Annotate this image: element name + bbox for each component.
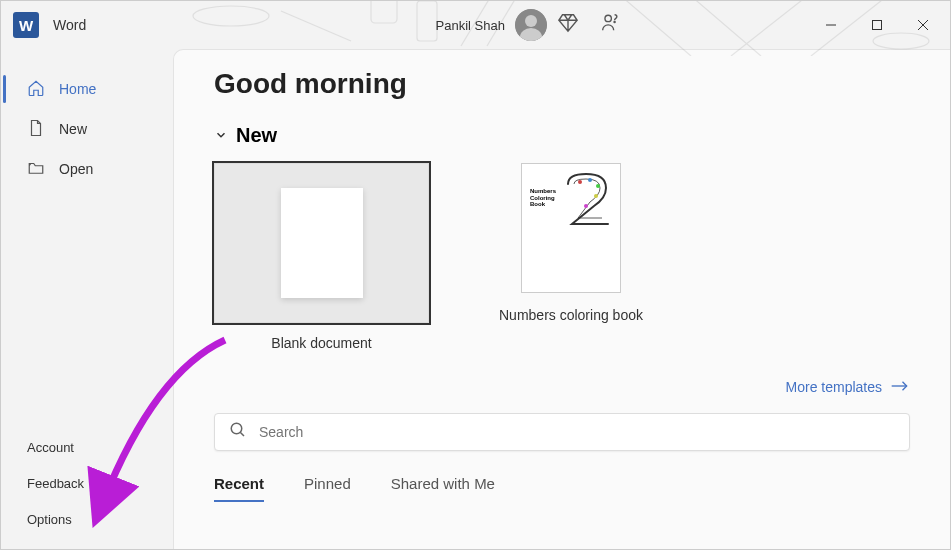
search-icon bbox=[229, 421, 247, 443]
tab-pinned[interactable]: Pinned bbox=[304, 475, 351, 502]
search-input[interactable] bbox=[259, 424, 895, 440]
sidebar-item-home[interactable]: Home bbox=[1, 69, 173, 109]
template-label: Blank document bbox=[214, 335, 429, 351]
sidebar-item-label: Home bbox=[59, 81, 96, 97]
maximize-button[interactable] bbox=[854, 8, 900, 42]
svg-point-19 bbox=[231, 423, 242, 434]
sidebar-item-label: Options bbox=[27, 512, 72, 527]
sidebar-item-new[interactable]: New bbox=[1, 109, 173, 149]
sidebar-item-label: Open bbox=[59, 161, 93, 177]
svg-point-17 bbox=[584, 204, 588, 208]
arrow-right-icon bbox=[890, 379, 910, 395]
chevron-down-icon bbox=[214, 124, 228, 147]
sidebar-item-label: Feedback bbox=[27, 476, 84, 491]
sidebar-item-options[interactable]: Options bbox=[1, 501, 173, 537]
titlebar: W Word Pankil Shah bbox=[1, 1, 950, 49]
template-thumbnail bbox=[214, 163, 429, 323]
svg-point-15 bbox=[596, 184, 600, 188]
recent-tabs: Recent Pinned Shared with Me bbox=[214, 475, 910, 502]
greeting-heading: Good morning bbox=[214, 68, 910, 100]
coloring-thumb-text: Numbers Coloring Book bbox=[530, 188, 556, 208]
sidebar: Home New Open Account Feedback Options bbox=[1, 49, 173, 549]
diamond-icon[interactable] bbox=[557, 12, 579, 38]
sidebar-item-label: Account bbox=[27, 440, 74, 455]
svg-point-8 bbox=[614, 22, 615, 23]
minimize-button[interactable] bbox=[808, 8, 854, 42]
svg-point-14 bbox=[588, 178, 592, 182]
person-help-icon[interactable] bbox=[599, 12, 621, 38]
template-label: Numbers coloring book bbox=[499, 307, 643, 323]
new-section-title: New bbox=[236, 124, 277, 147]
new-section-header[interactable]: New bbox=[214, 124, 910, 147]
word-app-icon: W bbox=[13, 12, 39, 38]
close-button[interactable] bbox=[900, 8, 946, 42]
user-name[interactable]: Pankil Shah bbox=[436, 18, 505, 33]
user-avatar[interactable] bbox=[515, 9, 547, 41]
svg-point-16 bbox=[594, 194, 598, 198]
template-coloring-book[interactable]: Numbers Coloring Book Numbers coloring b… bbox=[499, 163, 643, 351]
svg-point-5 bbox=[525, 15, 537, 27]
sidebar-item-label: New bbox=[59, 121, 87, 137]
sidebar-item-open[interactable]: Open bbox=[1, 149, 173, 189]
templates-row: Blank document Numbers Coloring Book Num bbox=[214, 163, 910, 351]
svg-point-7 bbox=[605, 15, 611, 21]
app-title: Word bbox=[53, 17, 86, 33]
document-icon bbox=[27, 119, 45, 140]
tab-recent[interactable]: Recent bbox=[214, 475, 264, 502]
folder-icon bbox=[27, 159, 45, 180]
template-thumbnail: Numbers Coloring Book bbox=[521, 163, 621, 293]
more-templates-link[interactable]: More templates bbox=[214, 379, 910, 395]
tab-shared[interactable]: Shared with Me bbox=[391, 475, 495, 502]
svg-line-20 bbox=[240, 432, 244, 436]
main-content: Good morning New Blank document Numbers … bbox=[173, 49, 950, 549]
home-icon bbox=[27, 79, 45, 100]
template-blank-document[interactable]: Blank document bbox=[214, 163, 429, 351]
svg-point-13 bbox=[578, 180, 582, 184]
sidebar-item-feedback[interactable]: Feedback bbox=[1, 465, 173, 501]
search-box[interactable] bbox=[214, 413, 910, 451]
sidebar-item-account[interactable]: Account bbox=[1, 429, 173, 465]
svg-rect-10 bbox=[873, 21, 882, 30]
